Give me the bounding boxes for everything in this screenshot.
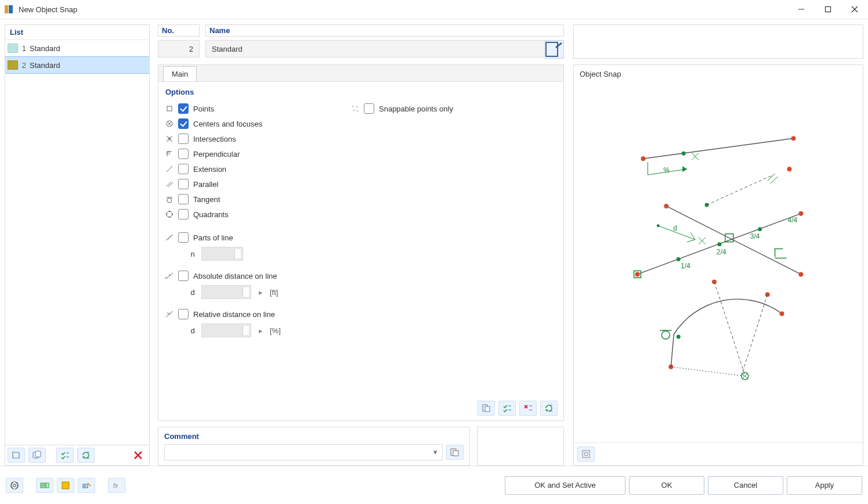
parts-n-input[interactable]: ▲▼ — [201, 247, 243, 261]
no-header: No. — [158, 24, 200, 37]
parts-of-line-icon — [165, 233, 173, 242]
list-toolbar — [5, 445, 149, 465]
intersections-checkbox[interactable] — [178, 134, 189, 144]
copy-settings-button[interactable] — [478, 401, 495, 416]
quadrants-checkbox[interactable] — [178, 209, 189, 219]
quadrants-label: Quadrants — [193, 210, 229, 219]
svg-text:%: % — [167, 312, 171, 315]
abs-dist-checkbox[interactable] — [178, 271, 189, 281]
svg-point-35 — [166, 214, 167, 215]
preview-settings-button[interactable] — [577, 447, 595, 462]
svg-point-83 — [718, 242, 722, 246]
rel-d-picker[interactable]: ▸ — [257, 326, 264, 335]
rel-dist-label: Relative distance on line — [193, 310, 275, 319]
comment-input[interactable] — [164, 444, 443, 460]
extension-checkbox[interactable] — [178, 164, 189, 174]
svg-point-42 — [352, 106, 353, 107]
svg-rect-3 — [826, 7, 831, 12]
comment-library-button[interactable] — [446, 445, 464, 460]
svg-point-37 — [168, 238, 169, 239]
minimize-button[interactable] — [788, 0, 815, 19]
svg-rect-58 — [453, 451, 458, 456]
svg-rect-25 — [167, 152, 169, 154]
snappable-only-icon — [351, 105, 359, 113]
cancel-button[interactable]: Cancel — [708, 476, 783, 495]
ok-set-active-button[interactable]: OK and Set Active — [505, 476, 625, 495]
options-panel: Options Points Centers and foc — [158, 81, 564, 421]
list-item-index: 1 — [21, 44, 26, 53]
units-button[interactable]: 0,00 — [36, 478, 53, 493]
rel-d-param: d — [190, 326, 196, 335]
svg-rect-18 — [167, 106, 172, 111]
svg-text:fx: fx — [113, 482, 118, 489]
duplicate-item-button[interactable] — [28, 448, 46, 463]
comment-panel: Comment — [158, 427, 470, 466]
svg-text:%: % — [663, 166, 670, 174]
rename-button[interactable] — [545, 40, 564, 59]
preview-canvas: % — [574, 83, 863, 442]
snappable-only-label: Snappable points only — [379, 105, 453, 113]
list-item-swatch — [8, 44, 18, 53]
svg-rect-120 — [62, 482, 69, 489]
svg-text:3/4: 3/4 — [750, 232, 760, 240]
label-button[interactable]: A — [78, 478, 95, 493]
list-item-swatch — [8, 60, 18, 70]
ok-button[interactable]: OK — [629, 476, 704, 495]
parallel-checkbox[interactable] — [178, 179, 189, 189]
svg-rect-1 — [9, 5, 13, 13]
svg-line-102 — [671, 367, 744, 376]
check-all-button[interactable] — [56, 448, 74, 463]
comment-side-panel — [477, 427, 564, 466]
help-button[interactable] — [6, 478, 23, 493]
invert-selection-button[interactable] — [540, 401, 558, 416]
list-item-name: Standard — [30, 61, 60, 70]
list-item[interactable]: 2Standard — [5, 56, 149, 74]
deselect-all-button[interactable] — [519, 401, 537, 416]
svg-line-27 — [167, 182, 171, 186]
tangent-label: Tangent — [193, 195, 220, 204]
name-field[interactable]: Standard — [205, 40, 545, 57]
svg-text:A: A — [84, 484, 86, 488]
rel-dist-checkbox[interactable] — [178, 309, 189, 319]
new-item-button[interactable] — [8, 448, 25, 463]
svg-rect-0 — [5, 5, 8, 13]
rel-d-input[interactable]: ▲▼ — [201, 323, 251, 337]
svg-point-38 — [170, 236, 171, 237]
points-icon — [165, 105, 173, 113]
svg-marker-7 — [12, 451, 14, 452]
points-checkbox[interactable] — [178, 103, 189, 114]
delete-item-button[interactable] — [129, 448, 147, 463]
list-item[interactable]: 1Standard — [5, 40, 149, 57]
intersections-label: Intersections — [193, 135, 236, 143]
color-button[interactable] — [57, 478, 74, 493]
snappable-only-checkbox[interactable] — [364, 103, 374, 114]
parallel-label: Parallel — [193, 180, 218, 189]
parallel-icon — [165, 180, 173, 188]
tangent-checkbox[interactable] — [178, 194, 189, 204]
close-button[interactable] — [841, 0, 868, 19]
bottom-bar: 0,00 A fx OK and Set Active OK Cancel Ap… — [0, 466, 868, 504]
perpendicular-checkbox[interactable] — [178, 149, 189, 159]
abs-d-picker[interactable]: ▸ — [257, 288, 264, 297]
list-header: List — [5, 25, 149, 40]
function-button[interactable]: fx — [108, 478, 125, 493]
abs-d-param: d — [190, 288, 196, 297]
svg-point-31 — [167, 211, 172, 217]
maximize-button[interactable] — [815, 0, 841, 19]
apply-button[interactable]: Apply — [787, 476, 862, 495]
refresh-button[interactable] — [77, 448, 95, 463]
svg-rect-9 — [35, 451, 41, 457]
abs-d-input[interactable]: ▲▼ — [201, 285, 251, 299]
select-all-button[interactable] — [498, 401, 516, 416]
parts-of-line-checkbox[interactable] — [178, 232, 189, 243]
no-field[interactable]: 2 — [158, 40, 200, 57]
centers-icon — [165, 120, 173, 128]
svg-point-73 — [787, 167, 792, 171]
svg-point-62 — [682, 152, 686, 156]
app-icon — [3, 4, 14, 15]
svg-point-44 — [353, 110, 355, 111]
svg-point-99 — [780, 311, 784, 316]
tab-main[interactable]: Main — [163, 66, 197, 82]
svg-text:0,00: 0,00 — [41, 484, 47, 488]
centers-checkbox[interactable] — [178, 118, 189, 129]
